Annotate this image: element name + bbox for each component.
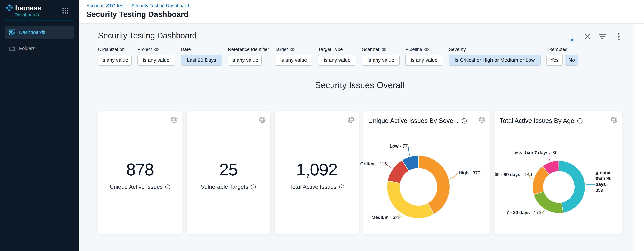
scrollbar-track[interactable]: [633, 23, 644, 251]
info-icon[interactable]: [251, 184, 256, 190]
filter-pipeline: Pipeline is any value: [405, 47, 443, 66]
stat-value: 878: [98, 161, 182, 178]
filter-value-button[interactable]: is any value: [275, 54, 312, 66]
breadcrumb-account-link[interactable]: Account: STO test: [86, 3, 124, 8]
filter-value-button[interactable]: Last 90 Days: [181, 54, 222, 66]
filter-target-type: Target Type is any value: [318, 47, 356, 66]
brand[interactable]: harness: [5, 3, 41, 13]
filter-value-button[interactable]: is any value: [405, 54, 443, 66]
dashboard-panel-title: Security Testing Dashboard: [98, 31, 196, 40]
section-title: Security Issues Overall: [98, 80, 622, 90]
stat-label: Unique Active Issues: [110, 184, 163, 190]
stat-value: 25: [186, 161, 270, 178]
sidebar-item-folders[interactable]: Folders: [5, 42, 74, 55]
filter-value-button[interactable]: is any value: [318, 54, 356, 66]
stat-label: Vulnerable Targets: [201, 184, 248, 190]
sidebar: harness Dashboards Dashboards: [0, 0, 79, 251]
slice-label-greater-90: greater than 90 days - 359: [596, 170, 615, 193]
filter-icon[interactable]: [598, 33, 607, 41]
brand-name: harness: [15, 4, 41, 12]
globe-icon[interactable]: [347, 116, 354, 123]
stat-label: Total Active Issues: [289, 184, 336, 190]
slice-label-7-30: 7 - 30 days - 173: [506, 210, 541, 215]
breadcrumb: Account: STO test › Security Testing Das…: [86, 3, 189, 8]
globe-icon[interactable]: [259, 116, 266, 123]
link-icon: [154, 47, 159, 52]
tile-vulnerable-targets: 25 Vulnerable Targets: [186, 111, 270, 234]
tile-total-active-issues: 1,092 Total Active Issues: [275, 111, 359, 234]
exempted-yes-button[interactable]: Yes: [546, 54, 563, 66]
filter-label: Target Type: [318, 47, 356, 52]
link-icon: [290, 47, 294, 52]
link-icon: [382, 47, 386, 52]
exempted-no-button[interactable]: No: [565, 54, 578, 66]
folder-icon: [9, 46, 15, 52]
notification-dot: [571, 39, 573, 41]
slice-label-critical: Critical - 116: [360, 161, 384, 167]
filter-organization: Organization is any value: [98, 47, 132, 66]
slice-label-low: Low - 77: [384, 144, 408, 149]
filter-label: Exempted: [546, 47, 578, 52]
filter-label: Reference Identifier: [228, 47, 269, 52]
top-header: Account: STO test › Security Testing Das…: [79, 0, 644, 23]
slice-label-high: High - 370: [458, 170, 480, 176]
donut-chart-age: greater than 90 days - 359 7 - 30 days -…: [494, 111, 622, 234]
page-title: Security Testing Dashboard: [86, 10, 189, 19]
filter-label: Project: [137, 47, 152, 52]
tile-unique-active-issues: 878 Unique Active Issues: [98, 111, 182, 234]
filter-exempted: Exempted Yes No: [546, 47, 578, 66]
dashboard-content: Security Testing Dashboard: [79, 23, 644, 251]
filter-label: Pipeline: [405, 47, 422, 52]
breadcrumb-page-link[interactable]: Security Testing Dashboard: [131, 3, 189, 8]
info-icon[interactable]: [165, 184, 170, 190]
filter-target: Target is any value: [275, 47, 312, 66]
sidebar-divider: [5, 20, 74, 20]
filter-value-button[interactable]: is any value: [362, 54, 400, 66]
tile-unique-active-issues-by-severity: Unique Active Issues By Seve... High - 3…: [363, 111, 490, 234]
slice-label-30-90: 30 - 90 days - 146: [494, 172, 530, 177]
globe-icon[interactable]: [170, 116, 178, 123]
filter-value-button[interactable]: is any value: [137, 54, 175, 66]
filter-label: Target: [275, 47, 288, 52]
donut-chart-severity: High - 370 Medium - 322 Critical - 116 L…: [363, 111, 490, 234]
link-icon: [424, 47, 429, 52]
slice-label-less-7: less than 7 days - 80: [514, 150, 549, 155]
close-icon[interactable]: [584, 33, 592, 41]
filter-reference-identifier: Reference Identifier is any value: [228, 47, 269, 66]
filter-label: Date: [181, 47, 222, 52]
app-root: harness Dashboards Dashboards: [0, 0, 644, 251]
sidebar-item-label: Dashboards: [19, 30, 45, 35]
filter-date: Date Last 90 Days: [181, 47, 222, 66]
tiles-row: 878 Unique Active Issues 25: [98, 111, 622, 234]
filter-value-button[interactable]: is any value: [98, 54, 132, 66]
filter-value-button[interactable]: is Critical or High or Medium or Low: [449, 54, 541, 66]
dashboards-icon: [9, 29, 15, 35]
filter-severity: Severity is Critical or High or Medium o…: [449, 47, 541, 66]
filter-value-button[interactable]: is any value: [228, 54, 262, 66]
slice-label-medium: Medium - 322: [370, 215, 400, 220]
harness-logo-icon: [5, 3, 14, 13]
chevron-right-icon: ›: [127, 3, 129, 8]
filter-label: Scanner: [362, 47, 380, 52]
filter-label: Severity: [449, 47, 541, 52]
module-name: Dashboards: [14, 12, 39, 18]
filter-label: Organization: [98, 47, 132, 52]
filter-scanner: Scanner is any value: [362, 47, 400, 66]
sidebar-item-dashboards[interactable]: Dashboards: [5, 25, 74, 39]
sidebar-item-label: Folders: [19, 46, 35, 51]
tile-total-active-issues-by-age: Total Active Issues By Age greater than …: [494, 111, 622, 234]
stat-value: 1,092: [275, 161, 359, 178]
filter-project: Project is any value: [137, 47, 175, 66]
kebab-menu-icon[interactable]: [615, 33, 623, 41]
app-grid-icon[interactable]: [62, 8, 68, 14]
info-icon[interactable]: [339, 184, 344, 190]
filter-bar: Organization is any value Project is any…: [98, 47, 584, 66]
